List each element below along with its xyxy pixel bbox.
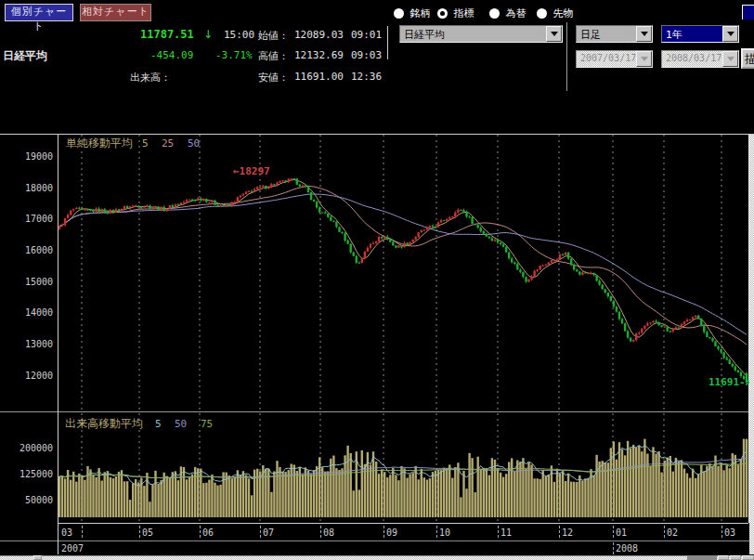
volume-ma50-label: 50 [175,418,187,430]
scrollbar-segment[interactable] [687,555,717,560]
scrollbar-button[interactable] [742,555,754,560]
annotation-peak-price: ←18297 [233,165,270,177]
nikkei-chart-app: { "header": { "tabs": [ {"label": "個別チャー… [0,0,754,560]
volume-ma-legend-label: 出来高移動平均 [65,416,143,432]
annotation-low-price: 11691-> [708,376,751,388]
price-ma50-label: 50 [188,137,200,150]
vertical-scrollbar[interactable] [749,135,754,554]
volume-ma5-label: 5 [155,418,162,430]
candlestick-chart [0,0,754,560]
volume-ma75-label: 75 [201,418,213,430]
price-ma25-label: 25 [162,137,174,150]
price-ma5-label: 5 [142,137,149,150]
scrollbar-button[interactable] [730,555,741,560]
horizontal-scrollbar[interactable] [0,555,754,560]
chart-region: 1900018000170001600015000140001300012000… [0,0,754,560]
price-ma-legend-label: 単純移動平均 [66,136,133,151]
scrollbar-thumb[interactable] [33,555,42,560]
scrollbar-button[interactable] [718,555,729,560]
